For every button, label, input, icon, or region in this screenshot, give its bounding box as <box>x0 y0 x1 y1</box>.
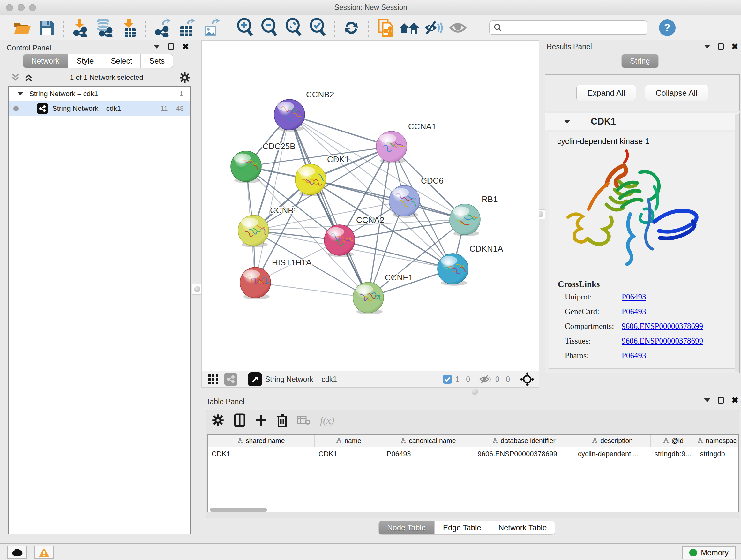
tab-string-results[interactable]: String <box>621 54 659 68</box>
table-cell[interactable]: CDK1 <box>208 447 315 461</box>
network-node-ccnb1[interactable]: CCNB1 <box>238 206 298 247</box>
crosslink-tissues-link[interactable]: 9606.ENSP00000378699 <box>622 336 703 346</box>
network-collection-row[interactable]: String Network – cdk1 1 <box>9 86 190 101</box>
column-header-database-identifier[interactable]: database identifier <box>474 435 575 447</box>
network-node-cdc25b[interactable]: CDC25B <box>231 141 295 183</box>
results-panel-menu-icon[interactable] <box>704 45 711 49</box>
network-edge[interactable] <box>255 283 368 298</box>
function-builder-button[interactable]: f(x) <box>320 415 334 426</box>
tab-style[interactable]: Style <box>68 54 102 68</box>
birds-eye-view-icon[interactable] <box>248 372 262 386</box>
left-splitter[interactable] <box>191 40 201 393</box>
delete-column-icon[interactable] <box>277 414 287 427</box>
zoom-in-button[interactable] <box>234 18 255 37</box>
cloud-status-button[interactable] <box>7 546 27 559</box>
collapse-all-icon[interactable] <box>10 73 21 82</box>
table-cell[interactable]: stringdb:9... <box>651 447 696 461</box>
zoom-selected-button[interactable] <box>307 18 328 37</box>
search-input[interactable] <box>502 23 636 32</box>
tab-network-table[interactable]: Network Table <box>490 521 556 535</box>
hidden-eye-slash-icon[interactable] <box>479 374 492 384</box>
export-table-button[interactable] <box>177 18 197 37</box>
network-node-ccne1[interactable]: CCNE1 <box>353 273 413 314</box>
column-header-shared-name[interactable]: shared name <box>208 435 315 447</box>
table-cell[interactable]: stringdb <box>696 447 738 461</box>
table-panel-close-icon[interactable]: ✖ <box>731 396 738 405</box>
network-edge[interactable] <box>289 115 392 146</box>
collection-expander-icon[interactable] <box>18 92 23 96</box>
left-splitter-handle[interactable] <box>192 284 203 295</box>
results-panel-float-icon[interactable] <box>718 44 724 50</box>
duplicate-network-button[interactable] <box>375 18 395 37</box>
column-header-name[interactable]: name <box>315 435 383 447</box>
crosslink-pharos-link[interactable]: P06493 <box>622 351 646 360</box>
search-box[interactable] <box>489 20 648 35</box>
zoom-out-button[interactable] <box>259 18 279 37</box>
tab-edge-table[interactable]: Edge Table <box>434 521 490 535</box>
expand-all-icon[interactable] <box>23 73 34 82</box>
refresh-view-button[interactable] <box>341 18 361 37</box>
import-network-button[interactable] <box>70 18 90 37</box>
string-home-button[interactable] <box>399 18 420 37</box>
tab-sets[interactable]: Sets <box>141 54 173 68</box>
table-hscrollbar-thumb[interactable] <box>210 508 267 512</box>
network-graph[interactable]: CCNB2CCNA1CDC25BCDK1CDC6RB1CCNB1CCNA2CDK… <box>202 41 539 371</box>
network-node-rb1[interactable]: RB1 <box>450 194 498 236</box>
open-session-button[interactable] <box>12 18 32 37</box>
table-cell[interactable]: CDK1 <box>315 447 383 461</box>
export-image-button[interactable] <box>201 18 221 37</box>
results-scrollbar[interactable] <box>735 114 739 372</box>
selected-checkbox-icon[interactable] <box>443 374 452 384</box>
control-panel-menu-icon[interactable] <box>153 45 160 49</box>
export-network-button[interactable] <box>152 18 173 37</box>
table-hscrollbar[interactable] <box>207 507 739 512</box>
warnings-button[interactable] <box>34 546 54 559</box>
network-edge[interactable] <box>289 115 368 298</box>
table-row[interactable]: CDK1CDK1P064939606.ENSP00000378699cyclin… <box>208 447 738 461</box>
delete-table-icon[interactable] <box>297 415 311 425</box>
tab-network[interactable]: Network <box>23 54 68 68</box>
column-header-canonical-name[interactable]: canonical name <box>383 435 474 447</box>
network-row-selected[interactable]: String Network – cdk1 11 48 <box>9 101 190 116</box>
tab-select[interactable]: Select <box>102 54 141 68</box>
zoom-fit-button[interactable] <box>283 18 304 37</box>
column-header--id[interactable]: @id <box>651 435 696 447</box>
fit-content-crosshair-icon[interactable] <box>520 372 534 386</box>
table-options-gear-icon[interactable] <box>212 414 224 427</box>
crosslink-uniprot-link[interactable]: P06493 <box>622 293 646 301</box>
tab-node-table[interactable]: Node Table <box>379 521 434 535</box>
expand-all-button[interactable]: Expand All <box>576 84 636 101</box>
network-node-ccna1[interactable]: CCNA1 <box>376 122 436 164</box>
table-cell[interactable]: cyclin-dependent ... <box>574 447 651 461</box>
network-node-hist1h1a[interactable]: HIST1H1A <box>240 258 312 300</box>
network-share-view-icon[interactable] <box>224 373 238 386</box>
network-node-cdkn1a[interactable]: CDKN1A <box>437 244 503 286</box>
bottom-splitter-handle[interactable] <box>470 388 479 395</box>
network-options-gear-icon[interactable] <box>179 72 191 83</box>
show-columns-icon[interactable] <box>234 414 246 427</box>
control-panel-float-icon[interactable] <box>168 44 174 50</box>
memory-button[interactable]: Memory <box>682 546 736 559</box>
table-panel-float-icon[interactable] <box>718 397 724 403</box>
column-header-namespac[interactable]: namespac <box>696 435 738 447</box>
add-column-icon[interactable] <box>255 414 267 426</box>
table-cell[interactable]: 9606.ENSP00000378699 <box>474 447 574 461</box>
control-panel-close-icon[interactable]: ✖ <box>182 43 189 51</box>
grid-view-icon[interactable] <box>207 374 219 385</box>
table-panel-menu-icon[interactable] <box>704 398 711 402</box>
help-button[interactable]: ? <box>659 19 676 36</box>
hide-unhide-button[interactable] <box>423 18 444 37</box>
import-network-from-database-button[interactable] <box>94 18 115 37</box>
column-header-description[interactable]: description <box>575 435 651 447</box>
crosslink-genecard-link[interactable]: P06493 <box>622 307 646 316</box>
gene-section-header[interactable]: CDK1 <box>545 113 739 130</box>
import-table-button[interactable] <box>118 18 139 37</box>
collapse-all-button[interactable]: Collapse All <box>645 84 709 101</box>
crosslink-compartments-link[interactable]: 9606.ENSP00000378699 <box>622 322 703 331</box>
gene-section-expander-icon[interactable] <box>564 120 570 124</box>
save-session-button[interactable] <box>36 18 57 37</box>
show-graphics-button[interactable] <box>448 18 468 37</box>
results-panel-close-icon[interactable]: ✖ <box>731 43 738 51</box>
network-canvas[interactable]: CCNB2CCNA1CDC25BCDK1CDC6RB1CCNB1CCNA2CDK… <box>201 40 539 371</box>
table-cell[interactable]: P06493 <box>383 447 474 461</box>
